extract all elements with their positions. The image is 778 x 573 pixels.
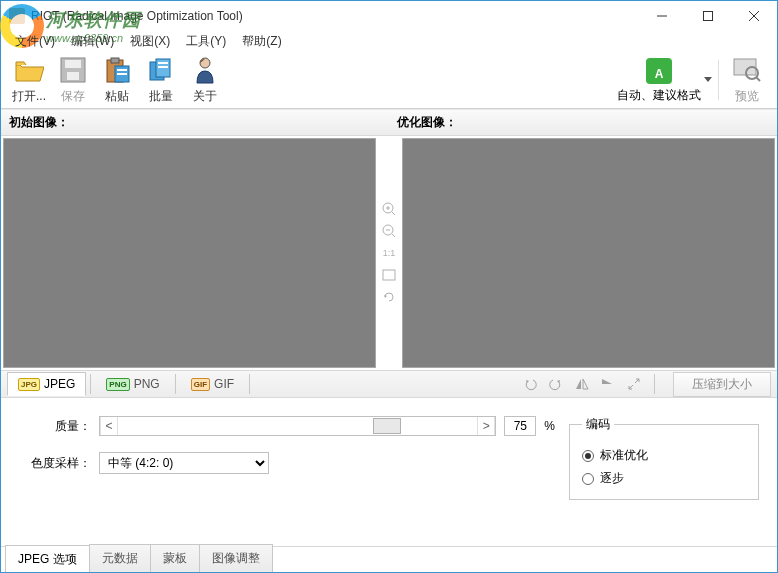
zoom-tools: 1:1 — [378, 136, 400, 370]
quality-label: 质量： — [19, 418, 91, 435]
chroma-label: 色度采样： — [19, 455, 91, 472]
tab-png-label: PNG — [134, 377, 160, 391]
menu-file[interactable]: 文件(V) — [9, 31, 61, 52]
save-button[interactable]: 保存 — [51, 52, 95, 107]
close-icon — [749, 11, 759, 21]
batch-documents-icon — [145, 54, 177, 86]
radio-standard-label: 标准优化 — [600, 447, 648, 464]
toolbar-separator — [718, 60, 719, 100]
svg-rect-6 — [67, 72, 79, 80]
tab-jpeg[interactable]: JPG JPEG — [7, 372, 86, 396]
radio-progressive-label: 逐步 — [600, 470, 624, 487]
pane-headers: 初始图像： 优化图像： — [1, 109, 777, 136]
jpeg-badge-icon: JPG — [18, 378, 40, 391]
about-button[interactable]: 关于 — [183, 52, 227, 107]
fit-icon — [382, 269, 396, 281]
resize-button[interactable] — [624, 374, 644, 394]
refresh-icon — [382, 290, 396, 304]
preview-button[interactable]: 预览 — [723, 52, 771, 107]
clipboard-icon — [101, 54, 133, 86]
floppy-disk-icon — [57, 54, 89, 86]
auto-suggest-label: 自动、建议格式 — [617, 87, 701, 104]
slider-track[interactable] — [118, 417, 477, 435]
tab-gif[interactable]: GIF GIF — [180, 372, 245, 396]
person-icon — [189, 54, 221, 86]
open-button[interactable]: 打开... — [7, 52, 51, 107]
png-badge-icon: PNG — [106, 378, 129, 391]
svg-rect-5 — [65, 60, 81, 68]
minimize-icon — [657, 11, 667, 21]
chroma-select[interactable]: 中等 (4:2: 0) — [99, 452, 269, 474]
flip-horizontal-icon — [575, 378, 589, 390]
refresh-button[interactable] — [380, 289, 398, 305]
menu-help[interactable]: 帮助(Z) — [236, 31, 287, 52]
bottom-tabs: JPEG 选项 元数据 蒙板 图像调整 — [1, 546, 777, 572]
svg-rect-29 — [383, 270, 395, 280]
svg-rect-14 — [158, 62, 168, 64]
menu-view[interactable]: 视图(X) — [124, 31, 176, 52]
window-title: RIOT (Radical Image Optimization Tool) — [31, 9, 639, 23]
preview-label: 预览 — [735, 88, 759, 105]
zoom-fit-button[interactable] — [380, 267, 398, 283]
tab-jpeg-label: JPEG — [44, 377, 75, 391]
zoom-out-button[interactable] — [380, 223, 398, 239]
slider-right-arrow[interactable]: > — [477, 417, 495, 435]
tab-separator — [90, 374, 91, 394]
quality-value-input[interactable]: 75 — [504, 416, 536, 436]
menu-edit[interactable]: 编辑(W) — [65, 31, 120, 52]
rotate-right-icon — [549, 377, 563, 391]
menu-tools[interactable]: 工具(Y) — [180, 31, 232, 52]
jpeg-options-panel: 质量： < > 75 % 色度采样： 中等 (4:2: 0) 编码 标准优化 — [1, 398, 777, 546]
optimized-image-pane[interactable] — [402, 138, 775, 368]
batch-button[interactable]: 批量 — [139, 52, 183, 107]
about-label: 关于 — [193, 88, 217, 105]
minimize-button[interactable] — [639, 1, 685, 31]
tab-jpeg-options[interactable]: JPEG 选项 — [5, 545, 90, 573]
maximize-icon — [703, 11, 713, 21]
auto-suggest-button[interactable]: A 自动、建议格式 — [616, 55, 702, 104]
radio-icon — [582, 473, 594, 485]
magnifier-icon — [731, 54, 763, 86]
svg-line-23 — [392, 212, 395, 215]
open-label: 打开... — [12, 88, 46, 105]
zoom-actual-button[interactable]: 1:1 — [380, 245, 398, 261]
svg-rect-8 — [111, 58, 119, 63]
compress-to-size-button[interactable]: 压缩到大小 — [673, 372, 771, 397]
paste-label: 粘贴 — [105, 88, 129, 105]
svg-rect-15 — [158, 66, 168, 68]
slider-thumb[interactable] — [373, 418, 401, 434]
format-tab-row: JPG JPEG PNG PNG GIF GIF 压缩到大小 — [1, 370, 777, 398]
paste-button[interactable]: 粘贴 — [95, 52, 139, 107]
flip-vertical-icon — [601, 378, 615, 390]
radio-standard[interactable]: 标准优化 — [582, 447, 746, 464]
radio-progressive[interactable]: 逐步 — [582, 470, 746, 487]
tab-png[interactable]: PNG PNG — [95, 372, 170, 396]
svg-rect-10 — [117, 69, 127, 71]
close-button[interactable] — [731, 1, 777, 31]
svg-rect-1 — [704, 12, 713, 21]
save-label: 保存 — [61, 88, 85, 105]
auto-suggest-dropdown[interactable] — [702, 77, 714, 82]
tab-separator — [654, 374, 655, 394]
original-image-pane[interactable] — [3, 138, 376, 368]
optimized-header: 优化图像： — [389, 109, 777, 136]
tab-metadata[interactable]: 元数据 — [89, 544, 151, 572]
maximize-button[interactable] — [685, 1, 731, 31]
flip-v-button[interactable] — [598, 374, 618, 394]
svg-line-21 — [756, 77, 760, 81]
tab-mask[interactable]: 蒙板 — [150, 544, 200, 572]
flip-h-button[interactable] — [572, 374, 592, 394]
quality-slider[interactable]: < > — [99, 416, 496, 436]
chevron-down-icon — [704, 77, 712, 82]
rotate-left-button[interactable] — [520, 374, 540, 394]
rotate-right-button[interactable] — [546, 374, 566, 394]
slider-left-arrow[interactable]: < — [100, 417, 118, 435]
app-icon — [9, 8, 25, 24]
tab-image-adjust[interactable]: 图像调整 — [199, 544, 273, 572]
svg-line-27 — [392, 234, 395, 237]
batch-label: 批量 — [149, 88, 173, 105]
resize-icon — [627, 377, 641, 391]
tab-gif-label: GIF — [214, 377, 234, 391]
image-panes: 1:1 — [1, 136, 777, 370]
zoom-in-button[interactable] — [380, 201, 398, 217]
